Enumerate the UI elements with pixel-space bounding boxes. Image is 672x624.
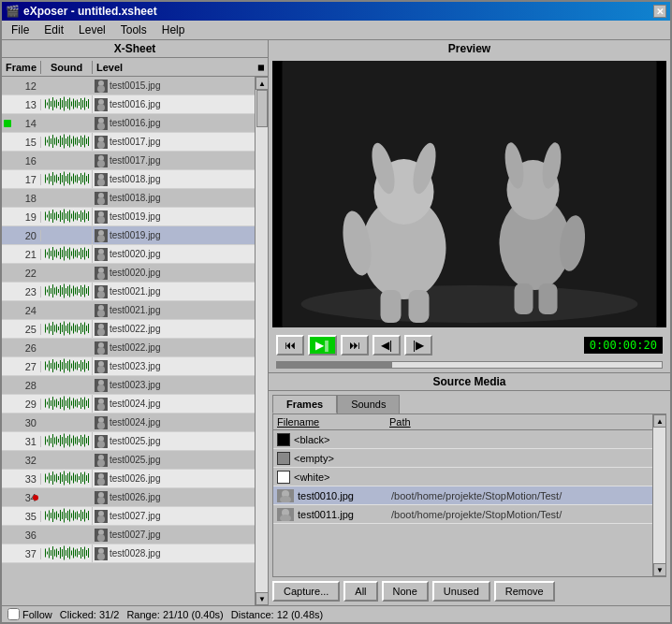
level-thumb	[95, 248, 108, 261]
xsheet-row[interactable]: 36test0027.jpg	[2, 526, 255, 544]
svg-rect-34	[47, 140, 48, 143]
svg-rect-370	[58, 551, 59, 555]
level-thumb	[95, 210, 108, 224]
xsheet-row[interactable]: 22test0020.jpg	[2, 264, 255, 283]
svg-rect-243	[45, 399, 46, 408]
cell-sound	[41, 357, 93, 375]
level-thumb	[95, 285, 108, 298]
play-forward-button[interactable]: ⏭	[341, 335, 369, 356]
svg-rect-286	[69, 435, 70, 447]
svg-rect-53	[82, 138, 83, 145]
xsheet-row[interactable]: 29test0024.jpg	[2, 395, 255, 414]
step-back-button[interactable]: ◀|	[373, 335, 401, 356]
capture-button[interactable]: Capture...	[272, 581, 340, 602]
svg-rect-103	[64, 210, 65, 224]
xsheet-row[interactable]: 37test0028.jpg	[2, 544, 255, 563]
cell-level: test0019.jpg	[93, 229, 255, 242]
xsheet-row[interactable]: 31test0025.jpg	[2, 432, 255, 451]
menu-tools[interactable]: Tools	[115, 22, 153, 37]
xsheet-vscroll[interactable]: ▲ ▼	[255, 77, 268, 605]
svg-point-242	[97, 385, 105, 392]
svg-rect-194	[66, 326, 66, 331]
menu-edit[interactable]: Edit	[38, 22, 69, 37]
source-row-test0011[interactable]: test0011.jpg /boot/home/projekte/StopMot…	[273, 505, 652, 524]
svg-rect-11	[60, 98, 61, 109]
svg-point-89	[97, 179, 105, 186]
cell-frame: 37	[2, 548, 41, 559]
scroll-down-button[interactable]: ▼	[256, 592, 268, 605]
main-content: X-Sheet Frame Sound Level ◼ 12test0015.j…	[2, 40, 670, 605]
menu-file[interactable]: File	[6, 22, 35, 37]
svg-rect-224	[66, 363, 66, 369]
tab-sounds[interactable]: Sounds	[337, 395, 400, 414]
remove-button[interactable]: Remove	[494, 581, 555, 602]
xsheet-row[interactable]: 26test0022.jpg	[2, 339, 255, 357]
svg-rect-52	[80, 136, 81, 147]
svg-rect-170	[77, 287, 78, 296]
xsheet-row[interactable]: 19test0019.jpg	[2, 208, 255, 226]
empty-swatch	[277, 452, 290, 465]
source-scroll-down[interactable]: ▼	[653, 563, 666, 576]
source-row-black[interactable]: <black>	[273, 430, 652, 449]
play-button[interactable]: ▶‖	[308, 335, 337, 356]
scroll-thumb[interactable]	[256, 90, 268, 127]
svg-rect-112	[80, 210, 81, 222]
svg-rect-201	[79, 327, 80, 330]
xsheet-row[interactable]: 15test0017.jpg	[2, 133, 255, 152]
menu-help[interactable]: Help	[156, 22, 191, 37]
xsheet-row[interactable]: 30test0024.jpg	[2, 414, 255, 432]
xsheet-row[interactable]: 24test0021.jpg	[2, 301, 255, 320]
xsheet-row[interactable]: 35test0027.jpg	[2, 507, 255, 526]
step-forward-button[interactable]: |▶	[404, 335, 432, 356]
svg-rect-143	[82, 250, 83, 257]
xsheet-row[interactable]: 13test0016.jpg	[2, 95, 255, 114]
source-scroll-up[interactable]: ▲	[653, 414, 666, 428]
unused-button[interactable]: Unused	[432, 581, 490, 602]
none-button[interactable]: None	[382, 581, 429, 602]
scroll-up-button[interactable]: ▲	[256, 77, 268, 90]
all-button[interactable]: All	[343, 581, 377, 602]
follow-check[interactable]	[7, 608, 20, 620]
svg-rect-84	[84, 173, 85, 185]
xsheet-scroll-area[interactable]: 12test0015.jpg13test0016.jpg14test0016.j…	[2, 77, 255, 605]
waveform-svg	[41, 507, 93, 524]
xsheet-row[interactable]: 25test0022.jpg	[2, 320, 255, 339]
xsheet-row[interactable]: 18test0018.jpg	[2, 189, 255, 208]
follow-checkbox[interactable]: Follow	[7, 608, 52, 620]
xsheet-row[interactable]: 12test0015.jpg	[2, 77, 255, 95]
menu-level[interactable]: Level	[73, 22, 111, 37]
xsheet-row[interactable]: 20test0019.jpg	[2, 226, 255, 245]
source-vscroll[interactable]: ▲ ▼	[652, 414, 665, 576]
svg-rect-253	[64, 397, 65, 411]
xsheet-row[interactable]: 16test0017.jpg	[2, 152, 255, 170]
svg-rect-381	[79, 551, 80, 555]
xsheet-row[interactable]: 32test0025.jpg	[2, 451, 255, 470]
xsheet-row[interactable]: 21test0020.jpg	[2, 245, 255, 264]
xsheet-row[interactable]: 17test0018.jpg	[2, 170, 255, 189]
level-thumb	[95, 529, 108, 542]
waveform-svg	[41, 170, 93, 187]
svg-rect-307	[52, 472, 53, 485]
svg-rect-111	[79, 214, 80, 218]
cell-frame: 25	[2, 324, 41, 335]
timecode-display: 0:00:00:20	[584, 337, 663, 354]
preview-slider[interactable]	[276, 361, 663, 369]
rewind-button[interactable]: ⏮	[276, 335, 304, 356]
cell-level: test0026.jpg	[93, 491, 255, 504]
xsheet-row[interactable]: 27test0023.jpg	[2, 357, 255, 376]
level-name: test0015.jpg	[110, 80, 161, 91]
source-row-test0010[interactable]: test0010.jpg /boot/home/projekte/StopMot…	[273, 486, 652, 505]
tab-frames[interactable]: Frames	[272, 395, 337, 414]
level-name: test0027.jpg	[110, 530, 161, 540]
source-row-white[interactable]: <white>	[273, 468, 652, 486]
cell-frame: 20	[2, 230, 41, 241]
thumb-img-test0011	[277, 508, 294, 521]
xsheet-row[interactable]: 28test0023.jpg	[2, 376, 255, 395]
xsheet-row[interactable]: 34test0026.jpg	[2, 488, 255, 507]
xsheet-row[interactable]: 23test0021.jpg	[2, 283, 255, 301]
close-button[interactable]: ✕	[653, 5, 666, 18]
svg-point-122	[97, 235, 105, 242]
xsheet-row[interactable]: 33test0026.jpg	[2, 470, 255, 488]
xsheet-row[interactable]: 14test0016.jpg	[2, 114, 255, 133]
source-row-empty[interactable]: <empty>	[273, 449, 652, 468]
